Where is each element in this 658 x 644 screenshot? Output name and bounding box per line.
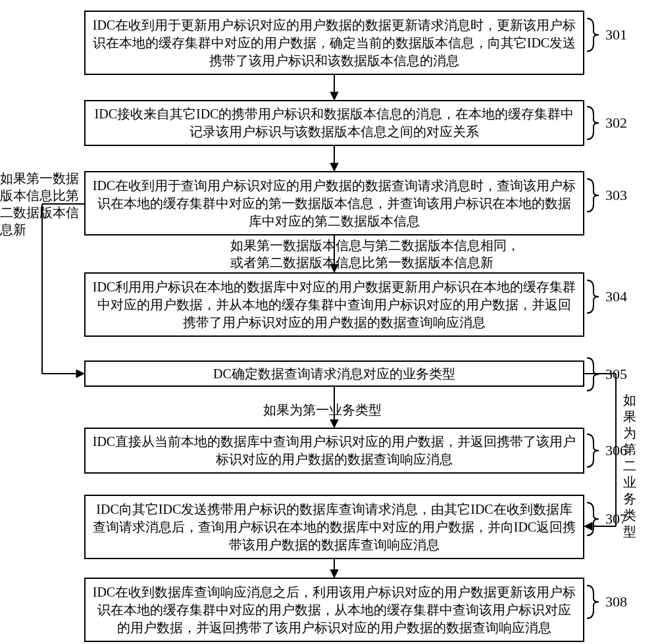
- label-303: 303: [586, 178, 627, 213]
- label-307: 307: [586, 501, 627, 537]
- label-305-num: 305: [605, 366, 627, 383]
- annotation-5to6: 如果为第一业务类型: [263, 401, 382, 418]
- svg-marker-9: [330, 570, 338, 578]
- step-306-text: IDC直接从当前本地的数据库中查询用户标识对应的用户数据，并返回携带了该用户标识…: [92, 433, 576, 468]
- annotation-right: 如果为第二业务类型: [622, 392, 637, 540]
- label-308-num: 308: [605, 593, 627, 610]
- step-305-text: DC确定数据查询请求消息对应的业务类型: [213, 365, 455, 383]
- annotation-left: 如果第一数据 版本信息比第 二数据版本信 息新: [0, 170, 79, 238]
- label-305: 305: [586, 357, 627, 392]
- svg-marker-3: [330, 163, 338, 171]
- label-304-num: 304: [605, 288, 627, 305]
- label-302-num: 302: [605, 114, 627, 132]
- step-303: IDC在收到用于查询用户标识对应的用户数据的数据查询请求消息时，查询该用户标识在…: [84, 171, 584, 235]
- step-305: DC确定数据查询请求消息对应的业务类型: [84, 360, 584, 387]
- label-303-num: 303: [605, 187, 627, 204]
- step-304-text: IDC利用用户标识在本地的数据库中对应的用户数据更新用户标识在本地的缓存集群中对…: [92, 278, 576, 332]
- step-304: IDC利用用户标识在本地的数据库中对应的用户数据更新用户标识在本地的缓存集群中对…: [84, 272, 584, 337]
- label-301-num: 301: [605, 26, 627, 43]
- annotation-3to4: 如果第一数据版本信息与第二数据版本信息相同， 或者第二数据版本信息比第一数据版本…: [230, 237, 520, 271]
- svg-marker-7: [330, 420, 338, 428]
- step-307: IDC向其它IDC发送携带用户标识的数据库查询请求消息，由其它IDC在收到数据库…: [84, 495, 584, 559]
- step-307-text: IDC向其它IDC发送携带用户标识的数据库查询请求消息，由其它IDC在收到数据库…: [92, 501, 576, 554]
- step-301-text: IDC在收到用于更新用户标识对应的用户数据的数据更新请求消息时，更新该用户标识在…: [92, 16, 576, 70]
- step-301: IDC在收到用于更新用户标识对应的用户数据的数据更新请求消息时，更新该用户标识在…: [84, 11, 584, 75]
- flowchart-canvas: IDC在收到用于更新用户标识对应的用户数据的数据更新请求消息时，更新该用户标识在…: [0, 0, 658, 644]
- svg-marker-13: [76, 370, 84, 378]
- step-306: IDC直接从当前本地的数据库中查询用户标识对应的用户数据，并返回携带了该用户标识…: [84, 428, 584, 474]
- step-303-text: IDC在收到用于查询用户标识对应的用户数据的数据查询请求消息时，查询该用户标识在…: [92, 177, 576, 230]
- step-302-text: IDC接收来自其它IDC的携带用户标识和数据版本信息的消息，在本地的缓存集群中记…: [92, 105, 576, 141]
- label-308: 308: [586, 584, 627, 620]
- step-308-text: IDC在收到数据库查询响应消息之后，利用该用户标识对应的用户数据更新该用户标识在…: [92, 583, 576, 637]
- step-308: IDC在收到数据库查询响应消息之后，利用该用户标识对应的用户数据更新该用户标识在…: [84, 578, 584, 642]
- label-302: 302: [586, 105, 627, 141]
- label-304: 304: [586, 279, 627, 314]
- svg-marker-1: [330, 92, 338, 100]
- label-301: 301: [586, 17, 627, 53]
- step-302: IDC接收来自其它IDC的携带用户标识和数据版本信息的消息，在本地的缓存集群中记…: [84, 100, 584, 146]
- label-306: 306: [586, 433, 627, 468]
